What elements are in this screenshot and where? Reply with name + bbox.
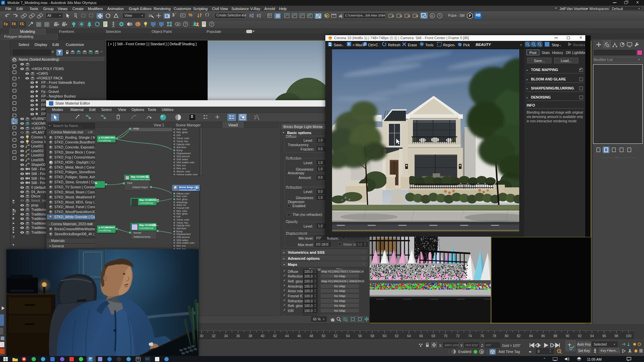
svg-text:64: 64 [407,334,411,338]
svg-text:46: 46 [297,334,301,338]
svg-text:62: 62 [395,334,399,338]
svg-text:98: 98 [614,334,619,338]
svg-text:66: 66 [419,334,423,338]
svg-text:100: 100 [626,334,632,338]
svg-text:50: 50 [322,334,326,338]
svg-text:P: P [469,14,471,18]
svg-text:30: 30 [200,334,204,338]
svg-text:84: 84 [529,334,533,338]
svg-text:78: 78 [492,334,496,338]
svg-text:82: 82 [517,334,521,338]
svg-text:11: 11 [431,14,434,17]
svg-text:44: 44 [285,334,289,338]
svg-text:56: 56 [358,334,362,338]
svg-text:96: 96 [602,334,606,338]
svg-text:72: 72 [456,334,460,338]
svg-text:42: 42 [273,334,277,338]
svg-text:52: 52 [334,334,338,338]
svg-text:36: 36 [236,334,240,338]
svg-text:58: 58 [370,334,374,338]
svg-text:54: 54 [346,334,350,338]
svg-text:34: 34 [224,334,228,338]
svg-text:90: 90 [566,334,570,338]
svg-text:60: 60 [383,334,387,338]
svg-text:76: 76 [480,334,484,338]
svg-text:40: 40 [261,334,265,338]
svg-text:?: ? [211,22,213,26]
svg-text:4: 4 [341,16,342,19]
svg-text:68: 68 [431,334,435,338]
svg-text:86: 86 [541,334,545,338]
svg-text:38: 38 [249,334,253,338]
svg-text:88: 88 [553,334,557,338]
svg-text:70: 70 [444,334,448,338]
svg-text:74: 74 [468,334,472,338]
svg-text:92: 92 [578,334,582,338]
svg-text:32: 32 [212,334,216,338]
svg-text:48: 48 [310,334,314,338]
svg-text:?: ? [184,22,186,26]
svg-text:94: 94 [590,334,594,338]
svg-text:80: 80 [505,334,509,338]
